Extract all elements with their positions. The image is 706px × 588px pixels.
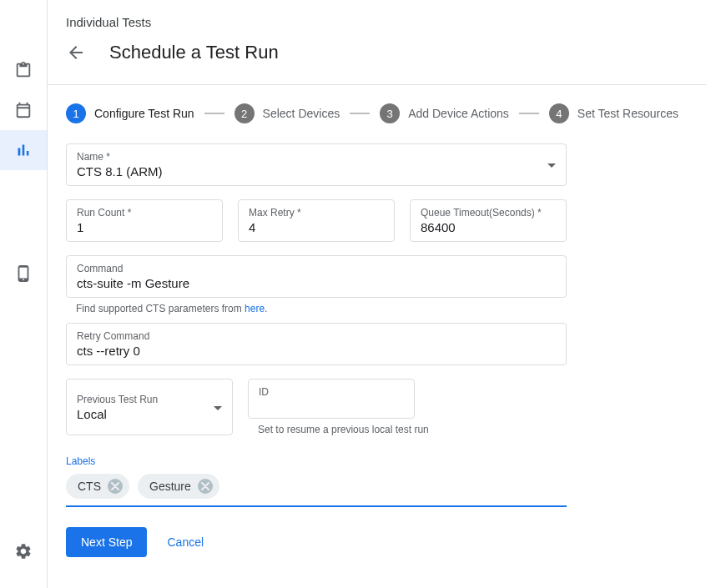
- command-help: Find supported CTS parameters from here.: [76, 303, 600, 314]
- id-field[interactable]: ID: [248, 379, 415, 419]
- id-input[interactable]: [259, 398, 404, 415]
- retry-command-field[interactable]: Retry Command: [66, 323, 567, 365]
- arrow-back-icon: [66, 43, 86, 63]
- command-help-link[interactable]: here: [245, 303, 265, 314]
- back-button[interactable]: [59, 36, 93, 69]
- chip-remove-icon[interactable]: [108, 479, 123, 494]
- cancel-button[interactable]: Cancel: [167, 535, 204, 549]
- page-title: Schedule a Test Run: [109, 42, 279, 63]
- sidebar: [0, 0, 47, 588]
- run-count-field[interactable]: Run Count *: [66, 199, 223, 242]
- retry-command-input[interactable]: [77, 342, 556, 359]
- sidebar-icon-calendar[interactable]: [0, 90, 47, 130]
- id-help-text: Set to resume a previous local test run: [258, 424, 567, 435]
- command-input[interactable]: [77, 274, 556, 292]
- previous-test-run-select[interactable]: Previous Test Run Local: [66, 379, 233, 435]
- sidebar-icon-analytics[interactable]: [0, 130, 47, 170]
- max-retry-input[interactable]: [249, 219, 384, 236]
- name-select[interactable]: Name * CTS 8.1 (ARM): [66, 143, 567, 186]
- queue-timeout-input[interactable]: [421, 219, 556, 236]
- step-configure[interactable]: 1 Configure Test Run: [66, 103, 194, 123]
- chip-gesture: Gesture: [138, 474, 219, 499]
- main-content: Individual Tests Schedule a Test Run 1 C…: [47, 0, 706, 588]
- sidebar-icon-device[interactable]: [0, 254, 47, 294]
- chip-cts: CTS: [66, 474, 129, 499]
- labels-title: Labels: [66, 455, 567, 467]
- step-resources[interactable]: 4 Set Test Resources: [549, 103, 678, 123]
- chevron-down-icon: [214, 406, 222, 410]
- step-actions[interactable]: 3 Add Device Actions: [380, 103, 509, 123]
- stepper: 1 Configure Test Run 2 Select Devices 3 …: [66, 103, 706, 123]
- breadcrumb: Individual Tests: [66, 15, 706, 29]
- labels-chips[interactable]: CTS Gesture: [66, 474, 567, 499]
- sidebar-icon-clipboard[interactable]: [0, 50, 47, 90]
- step-devices[interactable]: 2 Select Devices: [234, 103, 340, 123]
- max-retry-field[interactable]: Max Retry *: [238, 199, 395, 242]
- command-field[interactable]: Command: [66, 255, 567, 298]
- chevron-down-icon: [547, 163, 556, 168]
- chip-remove-icon[interactable]: [198, 479, 213, 494]
- sidebar-icon-settings[interactable]: [0, 531, 47, 571]
- run-count-input[interactable]: [77, 219, 212, 236]
- next-step-button[interactable]: Next Step: [66, 527, 147, 557]
- queue-timeout-field[interactable]: Queue Timeout(Seconds) *: [410, 199, 567, 242]
